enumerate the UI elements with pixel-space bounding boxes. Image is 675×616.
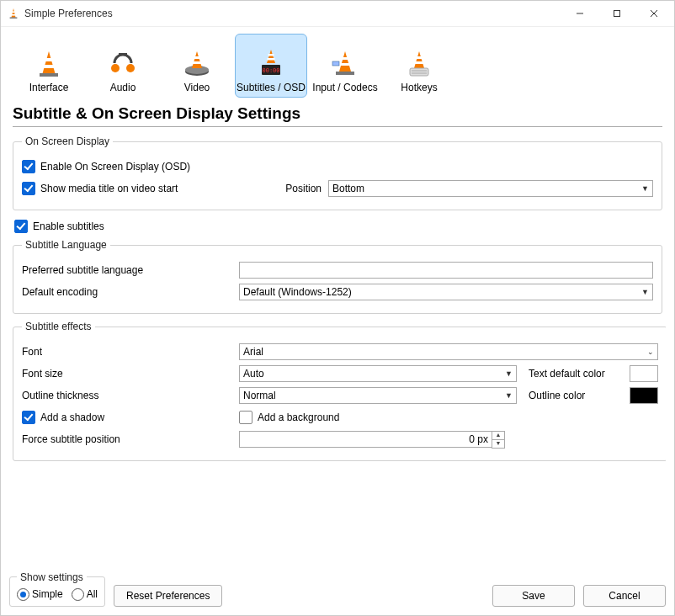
- label-force-position: Force subtitle position: [22, 433, 239, 445]
- group-subtitle-effects: Subtitle effects Font Arial ⌄ Font size …: [13, 321, 666, 461]
- color-outline[interactable]: [630, 387, 658, 404]
- svg-rect-10: [44, 65, 54, 68]
- select-font-size[interactable]: Auto ▼: [239, 365, 517, 382]
- radio-all[interactable]: [72, 588, 84, 601]
- group-subtitle-language: Subtitle Language Preferred subtitle lan…: [13, 239, 662, 314]
- input-preferred-language[interactable]: [239, 262, 653, 279]
- label-outline-color: Outline color: [529, 390, 621, 401]
- svg-point-12: [111, 64, 120, 72]
- spinner-force-position[interactable]: ▲ ▼: [239, 431, 505, 449]
- tab-input-codecs[interactable]: Input / Codecs: [309, 34, 381, 98]
- separator: [13, 126, 662, 127]
- preferences-window: Simple Preferences Interface Audio Video…: [0, 0, 675, 616]
- tab-label: Interface: [29, 82, 69, 93]
- svg-rect-11: [40, 73, 58, 77]
- label-show-title: Show media title on video start: [40, 183, 178, 194]
- svg-marker-17: [192, 51, 202, 68]
- svg-marker-20: [267, 50, 275, 63]
- color-text-default[interactable]: [630, 365, 658, 382]
- titlebar: Simple Preferences: [1, 1, 674, 27]
- checkbox-enable-osd[interactable]: [22, 160, 35, 173]
- group-legend: On Screen Display: [22, 135, 113, 147]
- select-value: Bottom: [332, 183, 364, 194]
- label-add-shadow: Add a shadow: [40, 412, 104, 423]
- input-icon: [331, 50, 359, 78]
- svg-rect-5: [614, 11, 620, 17]
- subtitles-icon: 00:00: [257, 50, 285, 78]
- group-osd: On Screen Display Enable On Screen Displ…: [13, 135, 662, 210]
- content-area: Interface Audio Video 00:00 Subtitles / …: [1, 27, 674, 566]
- svg-rect-1: [12, 11, 14, 13]
- category-tabs: Interface Audio Video 00:00 Subtitles / …: [9, 27, 666, 99]
- select-value: Default (Windows-1252): [243, 286, 352, 298]
- tab-label: Audio: [110, 82, 136, 93]
- group-legend: Subtitle Language: [22, 239, 110, 251]
- checkbox-add-background[interactable]: [239, 411, 252, 424]
- checkbox-enable-subtitles[interactable]: [14, 220, 28, 233]
- select-font[interactable]: Arial ⌄: [239, 343, 658, 360]
- svg-rect-21: [268, 54, 274, 56]
- svg-rect-27: [341, 63, 350, 66]
- spinner-up[interactable]: ▲: [492, 432, 504, 440]
- minimize-button[interactable]: [561, 2, 598, 25]
- save-button[interactable]: Save: [492, 585, 575, 607]
- select-value: Auto: [243, 368, 264, 380]
- chevron-down-icon: ▼: [505, 391, 513, 400]
- cancel-button[interactable]: Cancel: [583, 585, 666, 607]
- svg-rect-2: [12, 14, 16, 16]
- checkbox-show-title[interactable]: [22, 182, 35, 195]
- svg-marker-8: [42, 51, 56, 75]
- svg-marker-0: [11, 8, 15, 18]
- footer: Show settings Simple All Reset Preferenc…: [1, 566, 674, 615]
- svg-rect-29: [332, 61, 339, 66]
- svg-marker-25: [339, 51, 351, 72]
- svg-marker-30: [414, 51, 424, 68]
- tab-label: Video: [184, 82, 210, 93]
- label-enable-osd: Enable On Screen Display (OSD): [40, 161, 190, 173]
- label-font: Font: [22, 346, 239, 358]
- maximize-button[interactable]: [598, 2, 635, 25]
- select-outline-thickness[interactable]: Normal ▼: [239, 387, 517, 404]
- select-position[interactable]: Bottom ▼: [328, 180, 653, 197]
- chevron-down-icon: ▼: [641, 288, 649, 296]
- svg-rect-31: [416, 56, 423, 59]
- page-title: Subtitle & On Screen Display Settings: [13, 104, 662, 123]
- audio-icon: [109, 50, 137, 78]
- label-simple: Simple: [32, 588, 63, 600]
- window-title: Simple Preferences: [24, 8, 561, 19]
- svg-point-13: [126, 64, 135, 72]
- svg-rect-18: [194, 56, 200, 59]
- radio-simple[interactable]: [17, 588, 29, 601]
- tab-video[interactable]: Video: [161, 34, 233, 98]
- interface-icon: [35, 50, 63, 78]
- select-value: Arial: [243, 346, 263, 358]
- tab-audio[interactable]: Audio: [87, 34, 159, 98]
- chevron-down-icon: ⌄: [647, 348, 654, 356]
- svg-rect-9: [45, 58, 52, 61]
- settings-body: On Screen Display Enable On Screen Displ…: [9, 135, 666, 566]
- label-all: All: [87, 588, 98, 600]
- hotkeys-icon: [405, 50, 433, 78]
- label-add-background: Add a background: [258, 412, 339, 423]
- tab-interface[interactable]: Interface: [13, 34, 85, 98]
- svg-rect-26: [342, 57, 348, 60]
- tab-subtitles[interactable]: 00:00 Subtitles / OSD: [235, 34, 307, 98]
- label-outline-thickness: Outline thickness: [22, 390, 239, 401]
- svg-rect-33: [410, 68, 428, 76]
- spinner-down[interactable]: ▼: [492, 440, 504, 448]
- select-default-encoding[interactable]: Default (Windows-1252) ▼: [239, 284, 653, 300]
- tab-hotkeys[interactable]: Hotkeys: [383, 34, 455, 98]
- svg-rect-22: [268, 58, 275, 61]
- checkbox-add-shadow[interactable]: [22, 411, 35, 424]
- tab-label: Hotkeys: [401, 82, 437, 93]
- tab-label: Input / Codecs: [312, 82, 377, 93]
- select-value: Normal: [243, 390, 276, 401]
- label-font-size: Font size: [22, 368, 239, 380]
- video-icon: [183, 50, 211, 78]
- close-button[interactable]: [635, 2, 672, 25]
- reset-preferences-button[interactable]: Reset Preferences: [114, 585, 222, 607]
- svg-rect-14: [119, 53, 127, 55]
- chevron-down-icon: ▼: [641, 184, 649, 193]
- spinner-input[interactable]: [239, 431, 492, 448]
- label-default-encoding: Default encoding: [22, 286, 239, 298]
